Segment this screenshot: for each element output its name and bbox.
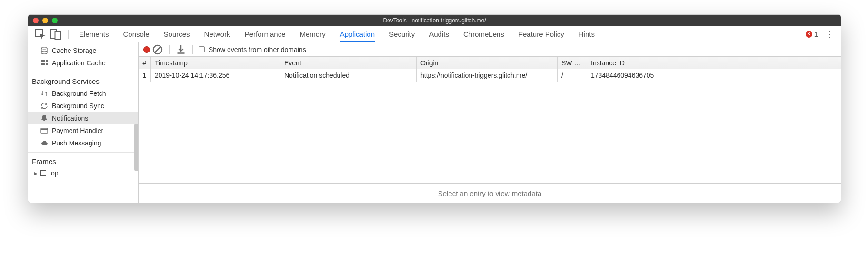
- sidebar-item-application-cache[interactable]: Application Cache: [28, 57, 138, 69]
- td-origin: https://notification-triggers.glitch.me/: [417, 69, 558, 82]
- traffic-lights: [28, 18, 58, 23]
- metadata-hint: Select an entry to view metadata: [139, 184, 841, 203]
- sidebar-item-label: Notifications: [52, 114, 88, 122]
- main-panel: Show events from other domains # Timesta…: [139, 42, 841, 203]
- tab-performance[interactable]: Performance: [245, 27, 286, 42]
- save-download-button[interactable]: [175, 44, 187, 55]
- svg-rect-7: [41, 63, 43, 65]
- th-timestamp[interactable]: Timestamp: [151, 57, 280, 69]
- zoom-window-button[interactable]: [52, 18, 58, 23]
- th-event[interactable]: Event: [280, 57, 417, 69]
- th-origin[interactable]: Origin: [417, 57, 558, 69]
- tab-elements[interactable]: Elements: [79, 27, 109, 42]
- disclosure-triangle-icon[interactable]: ▶: [34, 171, 38, 176]
- clear-button[interactable]: [152, 44, 163, 55]
- sidebar-item-notifications[interactable]: Notifications: [28, 112, 138, 124]
- inspect-element-icon[interactable]: [35, 29, 46, 40]
- th-instance-id[interactable]: Instance ID: [587, 57, 841, 69]
- devtools-window: DevTools - notification-triggers.glitch.…: [28, 14, 841, 203]
- tab-sources[interactable]: Sources: [164, 27, 190, 42]
- events-toolbar: Show events from other domains: [139, 42, 841, 57]
- sidebar-item-label: Cache Storage: [52, 47, 96, 54]
- database-icon: [40, 47, 48, 54]
- application-sidebar: Cache Storage Application Cache Backgrou…: [28, 42, 139, 203]
- sidebar-scrollbar-thumb[interactable]: [134, 124, 138, 171]
- events-table: # Timestamp Event Origin SW … Instance I…: [139, 57, 841, 184]
- record-button[interactable]: [143, 46, 150, 53]
- window-titlebar: DevTools - notification-triggers.glitch.…: [28, 15, 841, 26]
- tab-feature-policy[interactable]: Feature Policy: [519, 27, 564, 42]
- checkbox-box[interactable]: [199, 46, 205, 52]
- sidebar-item-background-sync[interactable]: Background Sync: [28, 100, 138, 112]
- sidebar-item-frame-top[interactable]: ▶ top: [28, 167, 138, 179]
- svg-rect-10: [41, 128, 48, 133]
- tab-hints[interactable]: Hints: [579, 27, 595, 42]
- table-header-row: # Timestamp Event Origin SW … Instance I…: [139, 57, 841, 69]
- sidebar-item-label: top: [49, 169, 58, 177]
- svg-rect-5: [43, 60, 45, 62]
- close-window-button[interactable]: [33, 18, 39, 23]
- device-toolbar-icon[interactable]: [50, 29, 61, 40]
- error-count-badge[interactable]: 1: [806, 30, 818, 38]
- checkbox-label: Show events from other domains: [209, 46, 306, 53]
- sidebar-item-background-fetch[interactable]: Background Fetch: [28, 87, 138, 100]
- sidebar-section-background-services: Background Services: [28, 72, 138, 87]
- separator: [169, 45, 170, 54]
- svg-rect-4: [41, 60, 43, 62]
- svg-rect-9: [46, 63, 48, 65]
- th-number[interactable]: #: [139, 57, 151, 69]
- sidebar-item-label: Background Sync: [52, 102, 104, 110]
- sidebar-item-label: Payment Handler: [52, 127, 103, 134]
- tab-network[interactable]: Network: [204, 27, 230, 42]
- sidebar-item-label: Push Messaging: [52, 139, 101, 147]
- sidebar-item-push-messaging[interactable]: Push Messaging: [28, 137, 138, 149]
- show-other-domains-checkbox[interactable]: Show events from other domains: [199, 46, 306, 53]
- tab-audits[interactable]: Audits: [429, 27, 449, 42]
- panel-tabs: Elements Console Sources Network Perform…: [79, 27, 806, 42]
- td-event: Notification scheduled: [280, 69, 417, 82]
- sidebar-item-cache-storage[interactable]: Cache Storage: [28, 44, 138, 57]
- svg-rect-2: [55, 31, 61, 40]
- more-menu-button[interactable]: ⋮: [824, 29, 836, 40]
- sidebar-item-payment-handler[interactable]: Payment Handler: [28, 124, 138, 137]
- tab-chromelens[interactable]: ChromeLens: [463, 27, 504, 42]
- separator: [192, 45, 193, 54]
- cloud-icon: [40, 139, 48, 147]
- frame-icon: [40, 170, 46, 176]
- tab-memory[interactable]: Memory: [300, 27, 326, 42]
- credit-card-icon: [40, 127, 48, 134]
- sidebar-section-frames: Frames: [28, 152, 138, 167]
- table-row[interactable]: 1 2019-10-24 14:17:36.256 Notification s…: [139, 69, 841, 82]
- grid-icon: [40, 59, 48, 67]
- th-sw-scope[interactable]: SW …: [558, 57, 587, 69]
- svg-rect-8: [43, 63, 45, 65]
- window-title: DevTools - notification-triggers.glitch.…: [383, 17, 486, 24]
- error-count: 1: [814, 30, 818, 38]
- td-number: 1: [139, 69, 151, 82]
- table-body: 1 2019-10-24 14:17:36.256 Notification s…: [139, 69, 841, 183]
- td-sw-scope: /: [558, 69, 587, 82]
- td-instance-id: 17348446094636705: [587, 69, 841, 82]
- sync-icon: [40, 102, 48, 110]
- separator: [68, 30, 69, 39]
- sidebar-item-label: Application Cache: [52, 59, 106, 67]
- tab-console[interactable]: Console: [123, 27, 150, 42]
- minimize-window-button[interactable]: [42, 18, 48, 23]
- td-timestamp: 2019-10-24 14:17:36.256: [151, 69, 280, 82]
- bell-icon: [40, 114, 48, 122]
- tab-security[interactable]: Security: [389, 27, 415, 42]
- tab-application[interactable]: Application: [340, 27, 375, 42]
- main-toolbar: Elements Console Sources Network Perform…: [28, 26, 841, 42]
- sidebar-item-label: Background Fetch: [52, 90, 106, 97]
- svg-point-3: [41, 47, 47, 49]
- svg-rect-6: [46, 60, 48, 62]
- transfer-icon: [40, 90, 48, 97]
- error-icon: [806, 31, 812, 38]
